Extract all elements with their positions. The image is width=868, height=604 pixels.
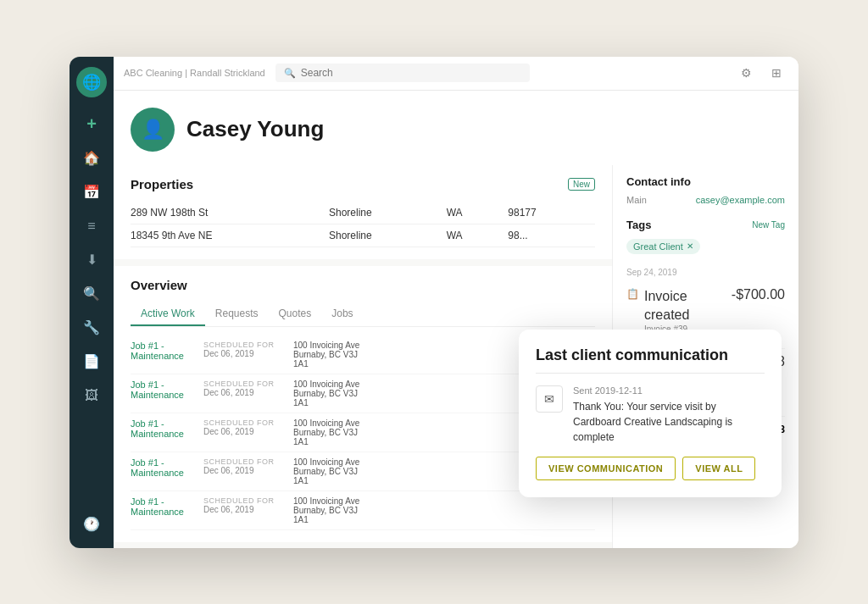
communication-popup: Last client communication ✉ Sent 2019-12… [519, 330, 782, 497]
prop-zip-1: 98177 [508, 202, 595, 224]
avatar-icon: 👤 [142, 119, 164, 141]
prop-zip-2: 98... [508, 224, 595, 247]
job-name-2: Job #1 -Maintenance [131, 380, 190, 407]
tab-jobs[interactable]: Jobs [321, 302, 363, 326]
sidebar-tool-icon[interactable]: 🔧 [78, 314, 105, 341]
comm-message: Thank You: Your service visit by Cardboa… [573, 399, 765, 445]
properties-section: Properties New 289 NW 198th St Shoreline… [114, 165, 612, 259]
search-input[interactable] [301, 67, 521, 79]
job-name-5: Job #1 -Maintenance [131, 496, 190, 524]
comm-email-icon: ✉ [536, 385, 563, 413]
prop-state-2: WA [447, 224, 509, 247]
comm-divider [536, 373, 765, 374]
job-schedule-1: SCHEDULED FORDec 06, 2019 [203, 341, 280, 368]
sidebar-calendar-icon[interactable]: 📅 [78, 179, 105, 206]
sidebar-logo[interactable]: 🌐 [76, 67, 107, 97]
invoice-amount-1: -$700.00 [732, 287, 785, 302]
tags-section: Tags New Tag Great Client ✕ [626, 219, 785, 254]
prop-address-2: 18345 9th Ave NE [131, 224, 329, 247]
prop-city-1: Shoreline [329, 202, 447, 224]
contact-title: Contact info [626, 175, 785, 188]
tags-header: Tags New Tag [626, 219, 785, 231]
sidebar-search-icon[interactable]: 🔍 [78, 280, 105, 308]
topbar: ABC Cleaning | Randall Strickland 🔍 ⚙ ⊞ [114, 57, 798, 91]
tab-quotes[interactable]: Quotes [269, 302, 322, 326]
tag-label: Great Client [633, 241, 683, 252]
invoice-date-prev: Sep 24, 2019 [626, 268, 785, 277]
properties-title: Properties [131, 177, 193, 191]
topbar-company: ABC Cleaning [124, 68, 182, 78]
tab-active-work[interactable]: Active Work [131, 302, 205, 326]
tab-requests[interactable]: Requests [205, 302, 269, 326]
job-address-5: 100 Invoicing AveBurnaby, BC V3J1A1 [293, 496, 359, 524]
overview-header: Overview [131, 278, 595, 292]
topbar-brand: ABC Cleaning | Randall Strickland [124, 68, 265, 78]
comm-date: Sent 2019-12-11 [573, 385, 765, 396]
prop-city-2: Shoreline [329, 224, 447, 247]
job-name-3: Job #1 -Maintenance [131, 418, 190, 446]
comm-item: ✉ Sent 2019-12-11 Thank You: Your servic… [536, 385, 765, 445]
invoice-icon-1: 📋 [626, 288, 639, 300]
tag-chip: Great Client ✕ [626, 239, 700, 254]
job-schedule-5: SCHEDULED FORDec 06, 2019 [203, 496, 280, 524]
tag-remove-icon[interactable]: ✕ [687, 241, 693, 251]
job-address-4: 100 Invoicing AveBurnaby, BC V3J1A1 [293, 457, 359, 485]
job-name-4: Job #1 -Maintenance [131, 457, 190, 485]
job-address-1: 100 Invoicing AveBurnaby, BC V3J1A1 [293, 341, 359, 368]
view-communication-button[interactable]: VIEW COMMUNICATION [536, 457, 676, 480]
topbar-actions: ⚙ ⊞ [734, 61, 788, 85]
comm-popup-title: Last client communication [536, 346, 765, 364]
sidebar-add-icon[interactable]: + [78, 111, 105, 138]
topbar-search-box[interactable]: 🔍 [275, 64, 530, 82]
job-schedule-4: SCHEDULED FORDec 06, 2019 [203, 457, 280, 485]
tags-title: Tags [626, 219, 651, 231]
sidebar-doc-icon[interactable]: 📄 [78, 348, 105, 375]
properties-header: Properties New [131, 177, 595, 191]
avatar: 👤 [131, 108, 175, 152]
sidebar-image-icon[interactable]: 🖼 [78, 382, 105, 409]
table-row: 289 NW 198th St Shoreline WA 98177 [131, 202, 595, 224]
comm-text: Sent 2019-12-11 Thank You: Your service … [573, 385, 765, 445]
contact-main-value[interactable]: casey@example.com [696, 195, 785, 205]
sidebar-clock-icon[interactable]: 🕐 [78, 511, 105, 538]
job-name-1: Job #1 -Maintenance [131, 341, 190, 368]
profile-header: 👤 Casey Young [114, 91, 798, 165]
topbar-user: Randall Strickland [190, 68, 265, 78]
search-icon: 🔍 [284, 68, 296, 79]
contact-main-label: Main [626, 195, 647, 205]
job-schedule-2: SCHEDULED FORDec 06, 2019 [203, 380, 280, 407]
job-schedule-3: SCHEDULED FORDec 06, 2019 [203, 418, 280, 446]
prop-state-1: WA [447, 202, 509, 224]
view-all-button[interactable]: VIEW ALL [682, 457, 755, 480]
table-row: 18345 9th Ave NE Shoreline WA 98... [131, 224, 595, 247]
app-container: 🌐 + 🏠 📅 ≡ ⬇ 🔍 🔧 📄 🖼 🕐 ABC Cleaning | Ran… [70, 57, 798, 548]
tags-new-button[interactable]: New Tag [752, 220, 785, 230]
prop-address-1: 289 NW 198th St [131, 202, 329, 224]
job-address-3: 100 Invoicing AveBurnaby, BC V3J1A1 [293, 418, 359, 446]
grid-icon[interactable]: ⊞ [765, 61, 788, 85]
sidebar-home-icon[interactable]: 🏠 [78, 145, 105, 172]
invoice-label-1: Invoice created [644, 287, 732, 325]
properties-new-badge[interactable]: New [568, 178, 595, 191]
contact-section: Contact info Main casey@example.com [626, 175, 785, 205]
profile-name: Casey Young [186, 116, 324, 142]
overview-title: Overview [131, 278, 187, 292]
job-address-2: 100 Invoicing AveBurnaby, BC V3J1A1 [293, 380, 359, 407]
overview-tabs: Active Work Requests Quotes Jobs [131, 302, 595, 327]
sidebar-list-icon[interactable]: ≡ [78, 213, 105, 240]
sidebar: 🌐 + 🏠 📅 ≡ ⬇ 🔍 🔧 📄 🖼 🕐 [70, 57, 114, 548]
properties-table: 289 NW 198th St Shoreline WA 98177 18345… [131, 202, 595, 247]
comm-actions: VIEW COMMUNICATION VIEW ALL [536, 457, 765, 480]
settings-icon[interactable]: ⚙ [734, 61, 758, 85]
contact-main-row: Main casey@example.com [626, 195, 785, 205]
sidebar-download-icon[interactable]: ⬇ [78, 247, 105, 274]
